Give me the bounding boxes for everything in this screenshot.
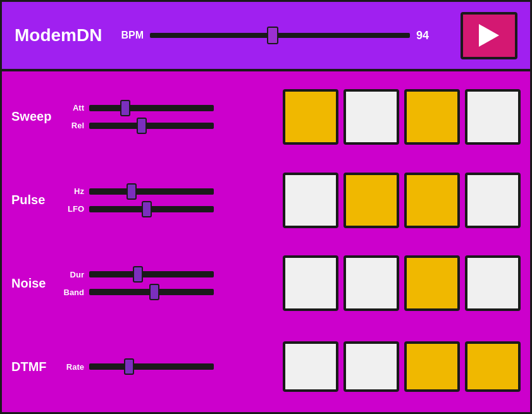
pad-sweep-3[interactable] — [404, 89, 460, 145]
slider-label-band: Band — [62, 288, 84, 297]
slider-track-rel — [89, 123, 214, 129]
slider-dur[interactable] — [89, 268, 214, 281]
pulse-sliders: HzLFO — [62, 185, 214, 216]
slider-band[interactable] — [89, 286, 214, 298]
slider-lfo[interactable] — [89, 203, 214, 216]
pad-pulse-4[interactable] — [465, 173, 521, 228]
main-content: SweepAttRelPulseHzLFONoiseDurBandDTMFRat… — [2, 71, 530, 412]
slider-thumb-band[interactable] — [149, 284, 159, 300]
pad-noise-1[interactable] — [283, 255, 338, 311]
pad-noise-2[interactable] — [343, 255, 399, 311]
slider-thumb-lfo[interactable] — [142, 201, 152, 217]
sweep-pads — [220, 89, 521, 145]
pad-pulse-1[interactable] — [283, 173, 338, 228]
slider-thumb-hz[interactable] — [127, 183, 137, 200]
slider-label-dur: Dur — [62, 270, 84, 279]
slider-att[interactable] — [89, 102, 214, 114]
slider-row-hz: Hz — [62, 185, 214, 198]
slider-hz[interactable] — [89, 185, 214, 198]
bpm-track — [150, 33, 410, 38]
bpm-section: BPM 94 — [121, 29, 442, 42]
row-dtmf: DTMFRate — [11, 327, 521, 406]
slider-thumb-rel[interactable] — [137, 118, 147, 134]
pad-pulse-3[interactable] — [404, 173, 460, 228]
row-pulse: PulseHzLFO — [11, 161, 521, 240]
bpm-slider[interactable] — [150, 29, 410, 42]
pad-dtmf-4[interactable] — [465, 341, 521, 392]
slider-label-hz: Hz — [62, 186, 84, 196]
row-noise: NoiseDurBand — [11, 245, 521, 323]
row-sweep: SweepAttRel — [11, 78, 521, 156]
noise-sliders: DurBand — [62, 268, 214, 298]
pad-dtmf-3[interactable] — [404, 341, 460, 392]
pad-noise-4[interactable] — [465, 255, 521, 311]
app-title: ModemDN — [15, 25, 102, 46]
sweep-label: Sweep — [11, 109, 56, 124]
dtmf-pads — [220, 341, 521, 392]
pad-pulse-2[interactable] — [343, 173, 399, 228]
dtmf-label: DTMF — [11, 360, 56, 374]
slider-thumb-rate[interactable] — [124, 358, 134, 375]
slider-label-rate: Rate — [62, 362, 84, 372]
slider-track-att — [89, 105, 214, 111]
bpm-thumb[interactable] — [267, 27, 278, 44]
noise-label: Noise — [11, 276, 56, 291]
bpm-value: 94 — [416, 29, 442, 42]
slider-row-att: Att — [62, 102, 214, 114]
pad-sweep-4[interactable] — [465, 89, 521, 145]
slider-label-lfo: LFO — [62, 204, 84, 214]
header: ModemDN BPM 94 — [2, 2, 530, 71]
slider-thumb-dur[interactable] — [133, 266, 143, 283]
pad-sweep-1[interactable] — [283, 89, 338, 145]
pad-noise-3[interactable] — [404, 255, 460, 311]
slider-track-lfo — [89, 206, 214, 212]
pad-dtmf-2[interactable] — [343, 341, 399, 392]
sweep-sliders: AttRel — [62, 102, 214, 132]
slider-track-dur — [89, 271, 214, 277]
app-container: ModemDN BPM 94 SweepAttRelPulseHzLFONois… — [0, 0, 532, 414]
pulse-pads — [220, 173, 521, 228]
slider-track-rate — [89, 363, 214, 370]
slider-row-band: Band — [62, 286, 214, 298]
dtmf-sliders: Rate — [62, 360, 214, 373]
pulse-label: Pulse — [11, 193, 56, 207]
slider-label-att: Att — [62, 103, 84, 113]
slider-rel[interactable] — [89, 119, 214, 132]
slider-row-lfo: LFO — [62, 203, 214, 216]
slider-rate[interactable] — [89, 360, 214, 373]
noise-pads — [220, 255, 521, 311]
slider-row-rate: Rate — [62, 360, 214, 373]
pad-sweep-2[interactable] — [343, 89, 399, 145]
pad-dtmf-1[interactable] — [283, 341, 338, 392]
slider-row-rel: Rel — [62, 119, 214, 132]
slider-label-rel: Rel — [62, 121, 84, 130]
slider-track-hz — [89, 188, 214, 195]
slider-track-band — [89, 289, 214, 295]
bpm-label: BPM — [121, 30, 144, 41]
play-icon — [479, 24, 499, 47]
play-button[interactable] — [461, 12, 517, 59]
slider-row-dur: Dur — [62, 268, 214, 281]
slider-thumb-att[interactable] — [120, 100, 130, 116]
